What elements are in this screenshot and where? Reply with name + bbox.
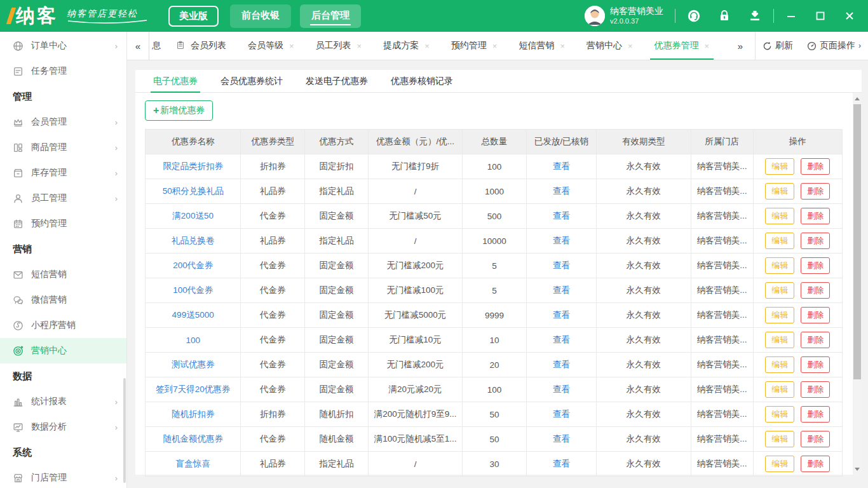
sidebar-item-mail[interactable]: 短信营销	[0, 262, 126, 287]
sidebar-item-person[interactable]: 员工管理›	[0, 186, 126, 211]
sidebar-item-store[interactable]: 门店管理›	[0, 465, 126, 488]
edit-button[interactable]: 编辑	[765, 208, 794, 224]
sidebar-item-box[interactable]: 库存管理›	[0, 160, 126, 186]
coupon-name-link[interactable]: 盲盒惊喜	[176, 459, 210, 468]
maximize-button[interactable]	[815, 10, 826, 22]
page-actions-button[interactable]: 页面操作 ›	[800, 40, 868, 51]
edit-button[interactable]: 编辑	[765, 233, 794, 249]
tab-close-icon[interactable]: ×	[705, 42, 710, 50]
view-link[interactable]: 查看	[553, 335, 570, 344]
sidebar-item-barchart[interactable]: 统计报表›	[0, 389, 126, 414]
sidebar-item-monitor[interactable]: 数据分析›	[0, 414, 126, 440]
sidebar-item-task[interactable]: 任务管理	[0, 58, 126, 84]
subtab-1[interactable]: 电子优惠券	[153, 70, 198, 92]
subtab-2[interactable]: 会员优惠券统计	[220, 70, 283, 92]
add-coupon-button[interactable]: + 新增优惠券	[145, 100, 213, 121]
scrollbar-thumb[interactable]	[853, 104, 861, 379]
coupon-name-link[interactable]: 随机折扣券	[172, 409, 215, 419]
view-link[interactable]: 查看	[553, 434, 570, 444]
tab-3[interactable]: 员工列表×	[305, 32, 373, 60]
sidebar-item-globe[interactable]: 订单中心›	[0, 33, 126, 58]
view-link[interactable]: 查看	[553, 360, 570, 369]
coupon-name-link[interactable]: 随机金额优惠券	[163, 434, 223, 444]
tab-close-icon[interactable]: ×	[357, 42, 362, 50]
delete-button[interactable]: 删除	[801, 257, 830, 274]
view-link[interactable]: 查看	[553, 211, 570, 220]
delete-button[interactable]: 删除	[801, 307, 830, 323]
view-link[interactable]: 查看	[553, 384, 570, 394]
lock-icon[interactable]	[717, 9, 731, 23]
scroll-up-arrow[interactable]	[853, 94, 862, 103]
edit-button[interactable]: 编辑	[765, 257, 794, 274]
subtab-3[interactable]: 发送电子优惠券	[306, 70, 368, 92]
view-link[interactable]: 查看	[553, 161, 570, 171]
tab-1[interactable]: 会员列表	[165, 32, 237, 60]
delete-button[interactable]: 删除	[801, 456, 830, 472]
coupon-name-link[interactable]: 50积分兑换礼品	[163, 186, 224, 196]
tab-2[interactable]: 会员等级×	[237, 32, 305, 60]
delete-button[interactable]: 删除	[801, 356, 830, 373]
edition-badge-button[interactable]: 美业版	[168, 6, 219, 27]
delete-button[interactable]: 删除	[801, 183, 830, 200]
delete-button[interactable]: 删除	[801, 431, 830, 447]
topnav-cashier[interactable]: 前台收银	[230, 4, 291, 28]
edit-button[interactable]: 编辑	[765, 158, 794, 175]
delete-button[interactable]: 删除	[801, 158, 830, 175]
delete-button[interactable]: 删除	[801, 282, 830, 299]
minimize-button[interactable]	[785, 10, 797, 22]
vertical-scrollbar[interactable]	[853, 93, 862, 475]
edit-button[interactable]: 编辑	[765, 183, 794, 200]
view-link[interactable]: 查看	[553, 261, 570, 270]
edit-button[interactable]: 编辑	[765, 307, 794, 323]
coupon-name-link[interactable]: 限定品类折扣券	[163, 161, 223, 171]
sidebar-scrollbar[interactable]	[123, 378, 126, 483]
edit-button[interactable]: 编辑	[765, 282, 794, 299]
view-link[interactable]: 查看	[553, 285, 570, 295]
customer-service-icon[interactable]	[687, 9, 701, 23]
topnav-backoffice[interactable]: 后台管理	[300, 4, 361, 28]
coupon-name-link[interactable]: 签到7天得20优惠券	[156, 384, 230, 394]
coupon-name-link[interactable]: 礼品兑换卷	[172, 236, 215, 245]
tab-close-icon[interactable]: ×	[560, 42, 565, 50]
tab-scroll-left-icon[interactable]: «	[127, 32, 149, 60]
coupon-name-link[interactable]: 100	[186, 336, 200, 345]
view-link[interactable]: 查看	[553, 459, 570, 468]
view-link[interactable]: 查看	[553, 186, 570, 196]
tab-4[interactable]: 提成方案×	[372, 32, 440, 60]
download-icon[interactable]	[748, 9, 762, 23]
delete-button[interactable]: 删除	[801, 208, 830, 224]
tab-scroll-right-icon[interactable]: »	[729, 41, 751, 51]
tab-6[interactable]: 短信营销×	[508, 32, 576, 60]
view-link[interactable]: 查看	[553, 409, 570, 419]
scroll-down-arrow[interactable]	[853, 464, 862, 473]
user-account[interactable]: 纳客营销美业 v2.0.0.37	[585, 6, 663, 26]
edit-button[interactable]: 编辑	[765, 456, 794, 472]
edit-button[interactable]: 编辑	[765, 356, 794, 373]
view-link[interactable]: 查看	[553, 236, 570, 245]
tab-8[interactable]: 优惠券管理×	[644, 32, 721, 60]
sidebar-item-target[interactable]: 营销中心	[0, 338, 126, 363]
subtab-4[interactable]: 优惠券核销记录	[391, 70, 453, 92]
tab-close-icon[interactable]: ×	[628, 42, 633, 50]
tab-close-icon[interactable]: ×	[424, 42, 430, 50]
coupon-name-link[interactable]: 测试优惠券	[172, 360, 215, 369]
sidebar-item-calendar[interactable]: 预约管理	[0, 211, 126, 236]
tab-partial[interactable]: 息	[149, 32, 165, 60]
sidebar-item-miniapp[interactable]: 小程序营销	[0, 313, 126, 338]
delete-button[interactable]: 删除	[801, 406, 830, 423]
close-button[interactable]	[844, 10, 855, 22]
tab-5[interactable]: 预约管理×	[440, 32, 508, 60]
sidebar-item-goods[interactable]: 商品管理›	[0, 135, 126, 160]
view-link[interactable]: 查看	[553, 310, 570, 320]
edit-button[interactable]: 编辑	[765, 406, 794, 423]
tab-close-icon[interactable]: ×	[492, 42, 498, 50]
tab-7[interactable]: 营销中心×	[576, 32, 644, 60]
sidebar-item-wechat[interactable]: 微信营销	[0, 287, 126, 313]
coupon-name-link[interactable]: 100代金券	[173, 285, 213, 295]
avatar[interactable]	[585, 6, 605, 26]
coupon-name-link[interactable]: 200代金券	[173, 261, 213, 270]
delete-button[interactable]: 删除	[801, 381, 830, 398]
tab-close-icon[interactable]: ×	[289, 42, 294, 50]
edit-button[interactable]: 编辑	[765, 431, 794, 447]
coupon-name-link[interactable]: 499送5000	[172, 310, 214, 320]
